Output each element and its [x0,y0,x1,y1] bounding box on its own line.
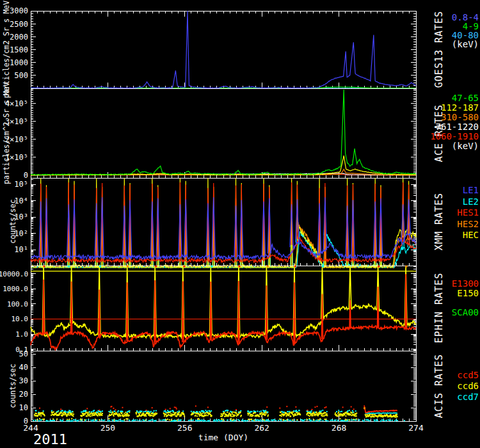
svg-text:0: 0 [24,171,28,180]
legend-ace: 47-65112-187310-580761-12201060-1910(keV… [430,93,479,151]
panel-ephin: 0.11.010.0100.01000.010000.0 [0,266,416,354]
chart-canvas: 5001000150020002500300001×10⁵2×10⁵3×10⁵4… [0,0,480,448]
svg-text:30: 30 [19,376,28,385]
svg-text:50: 50 [19,349,28,358]
legend-xmm: LE1LE2HES1HES2HEC [457,185,479,241]
legend-item: SCA00 [452,308,479,317]
svg-text:500: 500 [14,71,28,80]
y-axis-label-ace: particles/cm^2 Sr s MeV [2,82,11,184]
svg-text:1.0: 1.0 [15,330,28,339]
svg-text:10¹: 10¹ [14,245,28,254]
legend-item: 310-580 [430,113,479,122]
legend-item: LE1 [457,185,479,196]
legend-item: (keV) [430,141,479,151]
legend-ephin: E1300E150 SCA00 [452,279,479,317]
legend-item: HES2 [457,219,479,230]
svg-text:10000.0: 10000.0 [0,270,28,278]
panel-title-ephin: EPHIN RATES [433,273,445,343]
panel-xmm: 10¹10²10³10⁴10⁵ [14,178,416,268]
legend-item: ccd5 [457,370,479,381]
panel-title-xmm: XMM RATES [433,193,445,250]
svg-text:10: 10 [19,403,28,412]
multi-panel-radiation-rates-plot: 5001000150020002500300001×10⁵2×10⁵3×10⁵4… [0,0,480,448]
svg-text:10.0: 10.0 [12,315,29,323]
legend-item: 0.8-4 [452,13,479,22]
svg-text:1000.0: 1000.0 [3,285,28,293]
legend-item: 112-187 [430,103,479,113]
svg-text:268: 268 [332,423,346,433]
panel-title-acis: ACIS RATES [433,354,445,418]
x-axis-label: time (DOY) [152,433,294,442]
legend-item: ccd6 [457,381,479,392]
legend-item: (keV) [452,40,479,49]
y-axis-label-acis: counts/sec [8,364,17,408]
legend-acis: ccd5ccd6ccd7 [457,370,479,403]
svg-text:20: 20 [19,390,28,399]
svg-text:100.0: 100.0 [7,300,28,308]
panel-ace: 01×10⁵2×10⁵3×10⁵4×10⁵ [5,88,416,180]
legend-item: ccd7 [457,392,479,403]
svg-text:1500: 1500 [10,45,28,54]
legend-item: 761-1220 [430,122,479,132]
svg-text:40: 40 [19,363,28,372]
panel-goes13: 50010001500200025003000 [10,6,416,88]
legend-item: LE2 [457,196,479,208]
legend-item: E150 [452,289,479,298]
year-label: 2011 [33,431,67,447]
legend-item: E1300 [452,279,479,289]
svg-text:2500: 2500 [10,20,28,29]
legend-item: 40-80 [452,31,479,40]
svg-text:250: 250 [100,423,115,433]
svg-text:3000: 3000 [10,6,28,15]
svg-text:10⁵: 10⁵ [14,180,28,189]
panel-title-goes13: GOES13 RATES [433,11,445,88]
legend-item [452,298,479,308]
panel-acis: 01020304050244250256262268274 [19,349,424,433]
legend-item: 1060-1910 [430,132,479,141]
legend-item: HEC [457,230,479,241]
legend-goes13: 0.8-44-940-80(keV) [452,13,479,49]
svg-text:2000: 2000 [10,33,28,42]
svg-text:262: 262 [254,423,269,433]
svg-text:274: 274 [408,423,424,433]
legend-item: 4-9 [452,22,479,31]
svg-text:256: 256 [177,423,192,433]
svg-text:1000: 1000 [10,58,28,67]
legend-item: 47-65 [430,93,479,103]
y-axis-label-xmm: counts/sec [8,199,17,243]
legend-item: HES1 [457,207,479,219]
